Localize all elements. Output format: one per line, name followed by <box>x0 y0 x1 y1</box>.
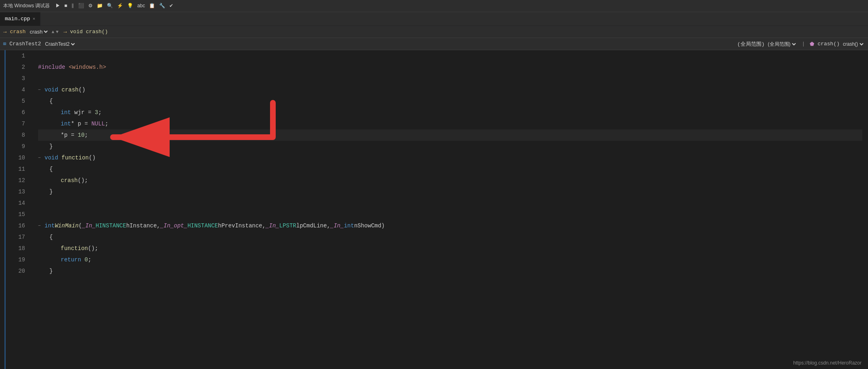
line-num-11: 11 <box>6 163 25 175</box>
tab-filename: main.cpp <box>5 16 30 22</box>
line-num-17: 17 <box>6 231 25 243</box>
project-icon: ⊞ <box>3 41 6 47</box>
line-num-9: 9 <box>6 141 25 152</box>
code-18-content: function(); <box>61 243 98 254</box>
line-num-14: 14 <box>6 197 25 209</box>
lpstr-type: LPSTR <box>279 220 296 231</box>
nav-down-btn[interactable]: ▼ <box>56 30 59 34</box>
nav-bar-1: → crash crash ▲ ▼ → void crash() <box>0 26 868 38</box>
fold-icon-16[interactable]: − <box>38 220 44 231</box>
in-kw-3: _In_ <box>330 220 344 231</box>
code-line-20: } <box>38 265 862 277</box>
paren-10: () <box>89 152 96 163</box>
code-line-19: return 0; <box>38 254 862 265</box>
code-area: 1 2 3 4 5 6 7 8 9 10 11 12 13 14 15 16 1… <box>0 50 868 369</box>
line-num-16: 16 <box>6 220 25 231</box>
function-scope-label: crash() <box>817 41 840 47</box>
code-line-11: { <box>38 163 862 175</box>
nav-up-btn[interactable]: ▲ <box>51 30 54 34</box>
paren-4: () <box>79 84 85 95</box>
line-num-18: 18 <box>6 243 25 254</box>
include-directive: #include <windows.h> <box>38 62 106 73</box>
line-num-4: 4 <box>6 84 25 95</box>
nav-crash-dropdown[interactable]: crash <box>28 28 49 35</box>
brace-close-9: } <box>49 141 53 152</box>
code-6-content: int wjr = 3; <box>61 107 102 118</box>
code-line-5: { <box>38 95 862 107</box>
code-line-4: −void crash() <box>38 84 862 95</box>
code-19-content: return 0; <box>61 254 91 265</box>
in-kw-2: _In_ <box>266 220 279 231</box>
brace-close-13: } <box>49 186 53 197</box>
in-opt-kw: _In_opt_ <box>160 220 187 231</box>
code-line-13: } <box>38 186 862 197</box>
line-num-12: 12 <box>6 175 25 186</box>
code-line-1 <box>38 50 862 62</box>
nav-arrow-1: → <box>3 29 6 35</box>
hinstance-type-2: HINSTANCE <box>187 220 218 231</box>
line-num-13: 13 <box>6 186 25 197</box>
line-num-8: 8 <box>6 129 25 141</box>
code-line-8: *p = 10; <box>38 129 862 141</box>
winmain-fn: WinMain <box>55 220 79 231</box>
brace-open-11: { <box>49 163 53 175</box>
tab-bar: main.cpp × <box>0 12 868 26</box>
line-num-6: 6 <box>6 107 25 118</box>
brace-open-5: { <box>49 95 53 107</box>
code-7-content: int* p = NULL; <box>61 118 108 129</box>
nav-arrow-2: → <box>64 29 67 35</box>
code-line-12: crash(); <box>38 175 862 186</box>
code-line-6: int wjr = 3; <box>38 107 862 118</box>
code-line-2: #include <windows.h> <box>38 62 862 73</box>
brace-open-17: { <box>49 231 53 243</box>
code-line-10: −void function() <box>38 152 862 163</box>
fold-icon-10[interactable]: − <box>38 152 44 163</box>
line-num-2: 2 <box>6 62 25 73</box>
code-line-3 <box>38 73 862 84</box>
in-kw-1: _In_ <box>82 220 96 231</box>
scrollbar[interactable] <box>862 50 868 369</box>
line-num-20: 20 <box>6 265 25 277</box>
scope-dropdown[interactable]: (全局范围) <box>766 41 797 47</box>
tab-close-button[interactable]: × <box>32 17 35 21</box>
nav-crash-item[interactable]: crash <box>10 29 26 35</box>
function-fn: function <box>62 152 89 163</box>
code-line-7: int* p = NULL; <box>38 118 862 129</box>
nav-bar-2: ⊞ CrashTest2 CrashTest2 (全局范围) (全局范围) | … <box>0 38 868 50</box>
function-scope-icon: ⬟ <box>810 41 814 47</box>
scope-label: (全局范围) <box>737 40 765 48</box>
line-numbers: 1 2 3 4 5 6 7 8 9 10 11 12 13 14 15 16 1… <box>6 50 30 369</box>
main-tab[interactable]: main.cpp × <box>0 12 40 26</box>
nav-function-label: void crash() <box>70 29 108 35</box>
code-gutter <box>0 50 6 369</box>
code-12-content: crash(); <box>61 175 88 186</box>
nav2-left: ⊞ CrashTest2 CrashTest2 <box>3 41 736 47</box>
void-kw-4: void <box>45 84 58 95</box>
function-scope-dropdown[interactable]: crash() <box>841 41 865 47</box>
line-num-15: 15 <box>6 209 25 220</box>
fold-icon-4[interactable]: − <box>38 84 44 95</box>
toolbar-text: 本地 Windows 调试器 ▶ ■ ‖ ⬛ ⚙ 📁 🔍 ⚡ 💡 abc 📋 🔧… <box>3 2 173 9</box>
code-line-9: } <box>38 141 862 152</box>
void-kw-10: void <box>45 152 58 163</box>
toolbar: 本地 Windows 调试器 ▶ ■ ‖ ⬛ ⚙ 📁 🔍 ⚡ 💡 abc 📋 🔧… <box>0 0 868 12</box>
hinstance-type-1: HINSTANCE <box>96 220 126 231</box>
int-kw-param: int <box>344 220 354 231</box>
line-num-7: 7 <box>6 118 25 129</box>
watermark: https://blog.csdn.net/HeroRazor <box>793 360 862 366</box>
code-line-17: { <box>38 231 862 243</box>
project-dropdown[interactable]: CrashTest2 <box>43 41 76 47</box>
code-8-content: *p = 10; <box>61 129 88 141</box>
code-content[interactable]: #include <windows.h> −void crash() { int… <box>30 50 862 369</box>
project-name: CrashTest2 <box>9 41 41 47</box>
code-line-16: −int WinMain(_In_ HINSTANCE hInstance, _… <box>38 220 862 231</box>
crash-fn: crash <box>62 84 79 95</box>
int-kw-16: int <box>45 220 55 231</box>
space-4 <box>58 84 62 95</box>
brace-close-20: } <box>49 265 53 277</box>
space-10 <box>58 152 62 163</box>
line-num-10: 10 <box>6 152 25 163</box>
code-line-18: function(); <box>38 243 862 254</box>
nav2-right: (全局范围) (全局范围) | ⬟ crash() crash() <box>737 40 865 48</box>
line-num-1: 1 <box>6 50 25 62</box>
